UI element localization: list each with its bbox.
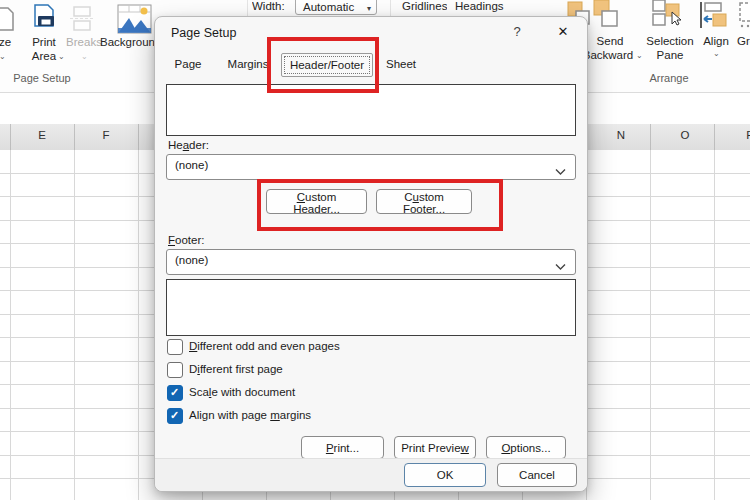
options-button[interactable]: Options... (486, 436, 566, 459)
column-header[interactable]: F (74, 129, 138, 141)
breaks-button: Breaks (64, 36, 104, 48)
highlight-rect-tab (267, 37, 379, 93)
column-header[interactable]: E (10, 129, 74, 141)
column-header[interactable]: N (589, 129, 653, 141)
checkbox-label: Scale with document (189, 386, 295, 398)
send-backward-button-line2[interactable]: Backward (580, 49, 636, 61)
cancel-button[interactable]: Cancel (497, 463, 577, 487)
selection-pane-button[interactable]: Selection (644, 35, 696, 47)
width-combo-value: Automatic (303, 1, 354, 13)
chevron-down-icon: ⌄ (0, 52, 6, 61)
page-size-icon (0, 6, 15, 36)
checkbox-label: Different odd and even pages (189, 340, 340, 352)
align-icon (699, 2, 729, 33)
close-icon[interactable]: ✕ (551, 24, 575, 44)
breaks-icon (70, 6, 94, 35)
ok-button[interactable]: OK (404, 463, 486, 487)
group-objects-button[interactable]: Group (737, 35, 750, 47)
checkbox-box[interactable] (167, 408, 183, 424)
header-dropdown[interactable]: (none) (166, 154, 576, 180)
chevron-down-icon: ⌄ (58, 52, 65, 61)
header-field-label: Header: (168, 139, 209, 151)
print-button[interactable]: Print... (301, 436, 384, 459)
chevron-down-icon (555, 257, 566, 275)
size-button[interactable]: Size (0, 36, 14, 48)
help-button[interactable]: ? (507, 24, 527, 44)
footer-dropdown[interactable]: (none) (166, 249, 576, 275)
checkbox-label: Different first page (189, 363, 283, 375)
checkbox-box[interactable] (167, 385, 183, 401)
selection-pane-icon (651, 0, 683, 33)
chevron-down-icon: ⌄ (81, 52, 88, 61)
print-area-button[interactable]: Print (26, 36, 62, 48)
print-area-icon (31, 4, 58, 37)
width-field-label: Width: (252, 0, 285, 13)
chevron-down-icon (555, 162, 566, 180)
dialog-title: Page Setup (171, 26, 236, 40)
chevron-down-icon: ⌄ (636, 51, 643, 60)
headings-label: Headings (455, 0, 504, 13)
print-preview-button[interactable]: Print Preview (394, 436, 476, 459)
tab-page[interactable]: Page (163, 53, 213, 75)
footer-dropdown-value: (none) (175, 254, 208, 266)
group-objects-icon (738, 2, 750, 33)
selection-pane-button-line2[interactable]: Pane (644, 49, 696, 61)
align-button[interactable]: Align (700, 35, 732, 47)
footer-preview-box (166, 279, 576, 336)
width-combo[interactable]: Automatic ▾ (295, 0, 377, 15)
column-header[interactable]: P (718, 129, 750, 141)
column-header[interactable]: O (653, 129, 717, 141)
page-setup-group-label: Page Setup (6, 72, 78, 84)
arrange-group-label: Arrange (636, 72, 702, 84)
footer-field-label: Footer: (168, 234, 204, 246)
checkbox-box[interactable] (167, 339, 183, 355)
send-backward-button[interactable]: Send (585, 35, 635, 47)
background-icon (117, 4, 153, 39)
checkbox-label: Align with page margins (189, 409, 311, 421)
tab-sheet[interactable]: Sheet (377, 53, 425, 75)
page-setup-dialog: Page Setup ? ✕ Page Margins Header/Foote… (154, 16, 588, 492)
checkbox-box[interactable] (167, 362, 183, 378)
gridlines-label: Gridlines (402, 0, 447, 13)
send-backward-icon (592, 0, 620, 34)
chevron-down-icon: ⌄ (713, 49, 720, 58)
highlight-rect-buttons (257, 179, 503, 231)
header-dropdown-value: (none) (175, 159, 208, 171)
print-area-button-line2[interactable]: Area (26, 50, 62, 62)
combo-arrow-icon: ▾ (367, 4, 371, 13)
dialog-footer: OK Cancel (155, 458, 587, 491)
app-window: Size ⌄ Print Area ⌄ Breaks ⌄ (0, 0, 750, 500)
